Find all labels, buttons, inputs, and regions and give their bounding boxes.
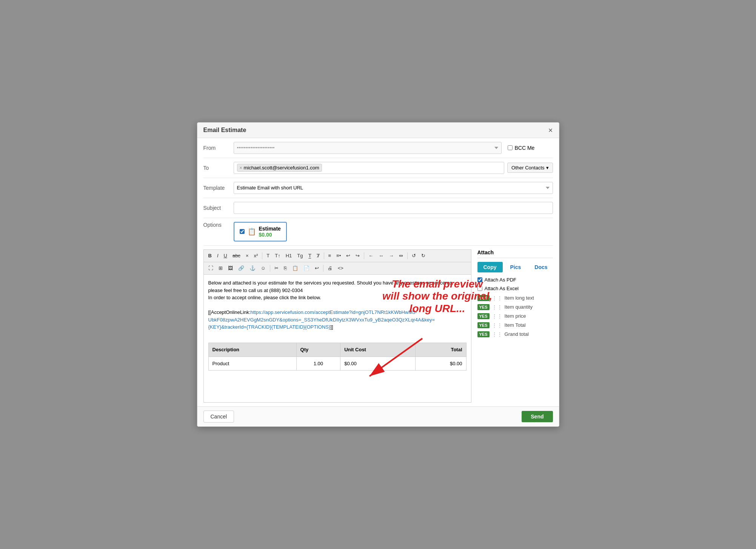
copy-button[interactable]: ⎘ <box>282 264 289 273</box>
toggle-item-quantity: YES ⋮⋮ Item quantity <box>477 304 553 310</box>
align-justify-button[interactable]: ⇔ <box>397 251 405 260</box>
font-up-button[interactable]: T↑ <box>273 251 282 260</box>
indent-button[interactable]: ↪ <box>353 251 362 260</box>
yes-toggle-item-long-text[interactable]: YES <box>477 295 490 301</box>
toggle-label-item-price: Item price <box>505 313 526 319</box>
to-content: × michael.scott@servicefusion1.com Other… <box>234 162 553 174</box>
bcc-label: BCC Me <box>515 145 535 151</box>
font-color-button[interactable]: T̲ <box>306 251 314 260</box>
template-row: Template Estimate Email with short URL <box>203 178 553 198</box>
highlight-button[interactable]: T̷ <box>314 251 322 260</box>
toolbar-sep1 <box>262 252 262 259</box>
attach-excel-checkbox[interactable] <box>477 286 482 291</box>
print-button[interactable]: 🖨 <box>325 264 335 273</box>
close-button[interactable]: × <box>548 126 553 134</box>
modal-header: Email Estimate × <box>197 123 559 138</box>
estimate-card-icon: 📋 <box>248 228 256 236</box>
email-tag: × michael.scott@servicefusion1.com <box>237 164 322 172</box>
undo-button[interactable]: ↺ <box>410 251 418 260</box>
yes-toggle-item-price[interactable]: YES <box>477 313 490 319</box>
modal-footer: Cancel Send <box>197 406 559 426</box>
link-button[interactable]: 🔗 <box>236 264 246 273</box>
paste-text-button[interactable]: 📄 <box>301 264 312 273</box>
underline-button[interactable]: U <box>222 251 229 260</box>
align-center-button[interactable]: ↔ <box>376 251 386 260</box>
heading-button[interactable]: H1 <box>283 251 294 260</box>
attach-pdf-checkbox[interactable] <box>477 277 482 282</box>
toolbar-row2: ⛶ ⊞ 🖼 🔗 ⚓ ☺ ✂ ⎘ 📋 📄 ↩ 🖨 < <box>203 262 471 274</box>
toolbar-sep2 <box>324 252 324 259</box>
tab-pics[interactable]: Pics <box>504 262 527 272</box>
to-field[interactable]: × michael.scott@servicefusion1.com <box>234 162 505 174</box>
emoji-button[interactable]: ☺ <box>259 264 268 273</box>
align-left-button[interactable]: ← <box>366 251 376 260</box>
redo-button[interactable]: ↻ <box>419 251 428 260</box>
subject-input[interactable] <box>234 202 553 214</box>
other-contacts-button[interactable]: Other Contacts ▾ <box>507 163 553 173</box>
font-size-button[interactable]: T <box>264 251 272 260</box>
editor-link-prefix: [[AcceptOnlineLink: <box>208 309 251 315</box>
drag-handle-3[interactable]: ⋮⋮ <box>492 313 502 319</box>
align-right-button[interactable]: → <box>386 251 396 260</box>
tab-copy[interactable]: Copy <box>477 262 503 272</box>
toggle-label-grand-total: Grand total <box>505 331 529 337</box>
estimate-checkbox[interactable] <box>240 229 245 234</box>
superscript-button[interactable]: x² <box>251 251 260 260</box>
to-row: To × michael.scott@servicefusion1.com Ot… <box>203 158 553 178</box>
anchor-button[interactable]: ⚓ <box>247 264 258 273</box>
template-select[interactable]: Estimate Email with short URL <box>234 182 553 194</box>
attach-excel-row: Attach As Excel <box>477 286 553 291</box>
drag-handle-2[interactable]: ⋮⋮ <box>492 304 502 310</box>
fullscreen-button[interactable]: ⛶ <box>206 264 216 273</box>
tab-docs[interactable]: Docs <box>528 262 553 272</box>
drag-handle-1[interactable]: ⋮⋮ <box>492 295 502 301</box>
modal-title: Email Estimate <box>203 127 246 134</box>
tag-button[interactable]: Tg <box>295 251 305 260</box>
toggle-label-item-long-text: Item long text <box>505 295 534 301</box>
italic-button[interactable]: I <box>215 251 221 260</box>
ol-button[interactable]: ≡• <box>334 251 343 260</box>
drag-handle-5[interactable]: ⋮⋮ <box>492 331 502 337</box>
ul-button[interactable]: ≡ <box>326 251 334 260</box>
email-tag-remove[interactable]: × <box>240 165 242 171</box>
subscript-button[interactable]: × <box>243 251 251 260</box>
options-row: Options 📋 Estimate $0.00 <box>203 218 553 246</box>
from-select[interactable]: •••••••••••••••••••••• <box>234 142 502 154</box>
table-header-qty: Qty <box>296 343 340 357</box>
subject-content <box>234 202 553 214</box>
outdent-button[interactable]: ↩ <box>344 251 353 260</box>
source-button[interactable]: <> <box>336 264 346 273</box>
yes-toggle-item-quantity[interactable]: YES <box>477 304 490 310</box>
bcc-checkbox[interactable] <box>508 145 513 150</box>
estimate-card-text: Estimate $0.00 <box>259 226 281 238</box>
toggle-item-long-text: YES ⋮⋮ Item long text <box>477 295 553 301</box>
toggle-item-price: YES ⋮⋮ Item price <box>477 313 553 319</box>
cancel-button[interactable]: Cancel <box>203 411 234 423</box>
table-header-description: Description <box>208 343 296 357</box>
table-button[interactable]: ⊞ <box>216 264 225 273</box>
editor-text-1: Below and attached is your estimate for … <box>208 279 467 301</box>
email-table: Description Qty Unit Cost Total Product <box>208 343 467 371</box>
table-header-row: Description Qty Unit Cost Total <box>208 343 466 357</box>
cut-button[interactable]: ✂ <box>272 264 281 273</box>
bold-button[interactable]: B <box>206 251 214 260</box>
image-button[interactable]: 🖼 <box>226 264 235 273</box>
yes-toggle-item-total[interactable]: YES <box>477 322 490 328</box>
estimate-card-name: Estimate <box>259 226 281 232</box>
send-button[interactable]: Send <box>522 411 553 422</box>
paste-word-button[interactable]: ↩ <box>313 264 321 273</box>
strikethrough-button[interactable]: abc <box>230 251 243 260</box>
table-cell-description: Product <box>208 357 296 371</box>
editor-area: B I U abc × x² T T↑ H1 Tg T̲ T̷ <box>203 249 471 403</box>
attach-tabs: Copy Pics Docs <box>477 262 553 272</box>
yes-toggle-grand-total[interactable]: YES <box>477 331 490 337</box>
attach-title: Attach <box>477 249 553 258</box>
paste-button[interactable]: 📋 <box>290 264 300 273</box>
drag-handle-4[interactable]: ⋮⋮ <box>492 322 502 328</box>
editor-body[interactable]: Below and attached is your estimate for … <box>203 274 471 403</box>
toggles-area: YES ⋮⋮ Item long text YES ⋮⋮ Item quanti… <box>477 295 553 337</box>
table-header-unit-cost: Unit Cost <box>340 343 415 357</box>
editor-wrapper: Below and attached is your estimate for … <box>203 274 471 403</box>
template-label: Template <box>203 185 234 191</box>
toolbar-sep6 <box>323 265 323 272</box>
